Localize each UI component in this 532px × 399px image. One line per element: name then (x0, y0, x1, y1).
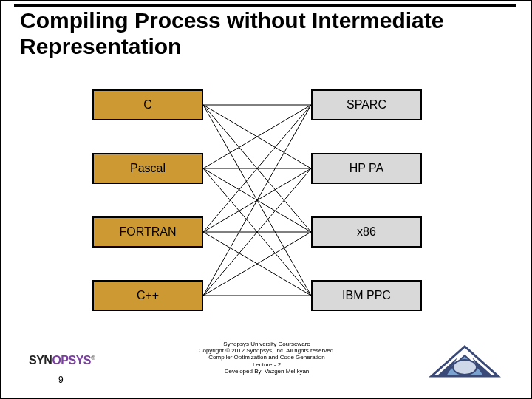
arch-node-sparc: SPARC (311, 89, 422, 120)
registered-mark: ® (91, 355, 95, 361)
node-label: C++ (137, 289, 159, 302)
node-label: SPARC (347, 98, 386, 112)
node-label: x86 (357, 225, 376, 239)
lang-node-pascal: Pascal (92, 153, 203, 184)
slide-title: Compiling Process without Intermediate R… (20, 8, 516, 59)
lang-node-cpp: C++ (92, 280, 203, 311)
lang-node-c: C (92, 89, 203, 120)
svg-point-20 (453, 360, 477, 375)
arch-node-x86: x86 (311, 216, 422, 248)
connection-lines (1, 82, 532, 333)
slide: Compiling Process without Intermediate R… (0, 0, 532, 399)
node-label: C (143, 98, 152, 112)
synopsys-logo: SYNOPSYS® (29, 354, 95, 367)
node-label: HP PA (349, 162, 384, 175)
node-label: Pascal (130, 162, 166, 175)
arch-node-hppa: HP PA (311, 153, 422, 184)
node-label: IBM PPC (342, 289, 391, 302)
partner-logo (428, 339, 502, 383)
page-number: 9 (58, 375, 64, 385)
node-label: FORTRAN (119, 225, 176, 239)
title-bar: Compiling Process without Intermediate R… (14, 4, 516, 59)
lang-node-fortran: FORTRAN (92, 216, 203, 248)
bipartite-diagram: C Pascal FORTRAN C++ SPARC HP PA x86 IBM… (1, 82, 532, 333)
arch-node-ibmppc: IBM PPC (311, 280, 422, 311)
